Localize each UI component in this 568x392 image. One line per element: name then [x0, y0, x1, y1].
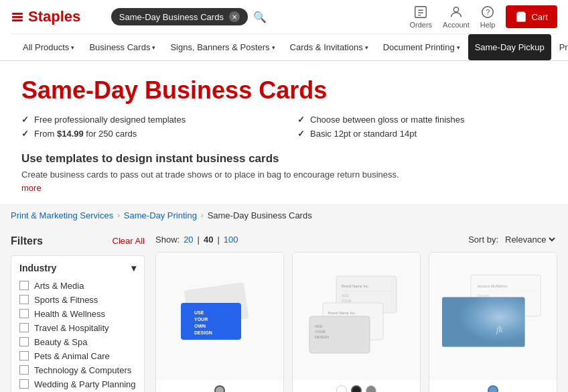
- filter-checkbox[interactable]: [19, 323, 29, 332]
- svg-text:ADD: ADD: [315, 324, 323, 328]
- filter-checkbox[interactable]: [19, 351, 29, 361]
- product-image-upload-your-own: USE YOUR OWN DESIGN: [156, 253, 283, 380]
- color-swatch-gray[interactable]: [366, 385, 376, 392]
- sidebar: Filters Clear All Industry ▾ Arts & Medi…: [11, 227, 145, 392]
- svg-rect-0: [12, 13, 23, 15]
- more-link[interactable]: more: [21, 183, 42, 193]
- hero-subtitle: Use templates to design instant business…: [21, 152, 547, 166]
- cart-button[interactable]: Cart: [506, 5, 557, 28]
- svg-text:YOUR: YOUR: [194, 317, 208, 322]
- filter-checkbox[interactable]: [19, 379, 29, 389]
- breadcrumb-same-day-printing[interactable]: Same-Day Printing: [124, 210, 197, 220]
- feature-price: ✓ From $14.99 for 250 cards: [21, 129, 271, 139]
- product-card-upload-your-own[interactable]: USE YOUR OWN DESIGN Upload Your Own Busi…: [155, 252, 284, 392]
- watercolor-art-preview: Jessica McMahon Designer jessica@example…: [429, 266, 557, 367]
- product-card-watercolor-art[interactable]: Jessica McMahon Designer jessica@example…: [429, 252, 557, 392]
- sidebar-title: Filters: [11, 235, 43, 247]
- check-icon: ✓: [297, 115, 305, 125]
- breadcrumb-print-marketing[interactable]: Print & Marketing Services: [11, 210, 113, 220]
- orders-button[interactable]: Orders: [409, 5, 432, 29]
- svg-text:USE: USE: [194, 310, 204, 315]
- help-button[interactable]: ? Help: [480, 5, 496, 29]
- chevron-down-icon: ▾: [365, 44, 368, 51]
- search-pill[interactable]: Same-Day Business Cards ✕: [111, 8, 248, 25]
- nav-cards-invitations[interactable]: Cards & Invitations ▾: [283, 34, 375, 60]
- cart-icon: [515, 11, 527, 23]
- orders-label: Orders: [409, 21, 432, 29]
- nav-signs-banners[interactable]: Signs, Banners & Posters ▾: [163, 34, 281, 60]
- product-grid: USE YOUR OWN DESIGN Upload Your Own Busi…: [155, 252, 557, 392]
- chevron-down-icon: ▾: [71, 44, 74, 51]
- svg-text:Jessica McMahon: Jessica McMahon: [477, 284, 508, 288]
- industry-filter-header[interactable]: Industry ▾: [19, 263, 136, 273]
- filter-technology-computers[interactable]: Technology & Computers: [19, 363, 136, 377]
- header-actions: Orders Account ? Help Cart: [409, 5, 557, 29]
- main-layout: Filters Clear All Industry ▾ Arts & Medi…: [0, 227, 568, 392]
- filter-checkbox[interactable]: [19, 309, 29, 318]
- svg-text:?: ?: [486, 8, 490, 16]
- filter-beauty-spa[interactable]: Beauty & Spa: [19, 335, 136, 349]
- svg-text:Designer: Designer: [477, 293, 490, 297]
- account-icon: [449, 5, 464, 19]
- clear-all-button[interactable]: Clear All: [113, 236, 145, 246]
- search-bar: Same-Day Business Cards ✕ 🔍: [111, 8, 379, 25]
- filter-travel-hospitality[interactable]: Travel & Hospitality: [19, 321, 136, 335]
- chevron-down-icon: ▾: [272, 44, 275, 51]
- chevron-down-icon: ▾: [131, 263, 136, 273]
- price-highlight: $14.99: [57, 129, 84, 139]
- filter-checkbox[interactable]: [19, 365, 29, 375]
- filter-health-wellness[interactable]: Health & Wellness: [19, 307, 136, 321]
- show-100-button[interactable]: 100: [224, 235, 238, 245]
- product-card-create-your-own[interactable]: Brand Name Inc. ADD YOUR DESIGN Brand Na…: [292, 252, 421, 392]
- filter-pets-animal-care[interactable]: Pets & Animal Care: [19, 349, 136, 363]
- breadcrumb-separator: ›: [117, 211, 120, 219]
- header: Staples Same-Day Business Cards ✕ 🔍 Orde…: [0, 0, 568, 61]
- color-swatch-black[interactable]: [351, 385, 362, 392]
- hero-features: ✓ Free professionally designed templates…: [21, 115, 547, 139]
- filter-checkbox[interactable]: [19, 295, 29, 304]
- svg-text:DESIGN: DESIGN: [194, 330, 212, 335]
- products-toolbar: Show: 20 | 40 | 100 Sort by: Relevance: [155, 227, 557, 252]
- filter-wedding-party-planning[interactable]: Wedding & Party Planning: [19, 377, 136, 391]
- filter-checkbox[interactable]: [19, 337, 29, 346]
- staples-icon: [11, 10, 24, 23]
- search-submit-button[interactable]: 🔍: [253, 11, 267, 23]
- svg-rect-2: [12, 19, 23, 21]
- page-title: Same-Day Business Cards: [21, 77, 547, 104]
- svg-text:Brand Name Inc.: Brand Name Inc.: [342, 284, 370, 288]
- nav-document-printing[interactable]: Document Printing ▾: [376, 34, 467, 60]
- svg-point-7: [453, 7, 458, 12]
- color-swatch[interactable]: [214, 385, 225, 392]
- sort-select[interactable]: Relevance: [502, 234, 557, 245]
- search-clear-button[interactable]: ✕: [229, 11, 240, 22]
- show-label: Show:: [155, 235, 180, 245]
- nav-business-cards[interactable]: Business Cards ▾: [82, 34, 162, 60]
- filter-arts-media[interactable]: Arts & Media: [19, 279, 136, 293]
- search-query: Same-Day Business Cards: [119, 12, 224, 22]
- color-swatches-upload: [156, 380, 283, 392]
- breadcrumb-separator: ›: [201, 211, 204, 219]
- filter-sports-fitness[interactable]: Sports & Fitness: [19, 293, 136, 307]
- svg-text:ADD: ADD: [342, 293, 349, 298]
- nav-all-products[interactable]: All Products ▾: [16, 34, 81, 60]
- hero-description: Create business cards to pass out at tra…: [21, 170, 547, 180]
- svg-rect-3: [415, 7, 427, 18]
- sidebar-header: Filters Clear All: [11, 235, 145, 247]
- color-swatch-blue[interactable]: [488, 385, 498, 392]
- show-40-button[interactable]: 40: [204, 235, 213, 245]
- color-swatches-create: [293, 380, 420, 392]
- svg-rect-1: [12, 16, 23, 18]
- help-icon: ?: [480, 5, 495, 19]
- filter-checkbox[interactable]: [19, 281, 29, 290]
- logo[interactable]: Staples: [11, 8, 80, 25]
- product-image-watercolor-art: Jessica McMahon Designer jessica@example…: [429, 253, 557, 380]
- color-swatch-white[interactable]: [336, 385, 347, 392]
- logo-text: Staples: [28, 8, 80, 25]
- show-20-button[interactable]: 20: [184, 235, 193, 245]
- nav-print-solutions[interactable]: Print Solutions ▾: [553, 34, 568, 60]
- account-button[interactable]: Account: [443, 5, 470, 29]
- account-label: Account: [443, 21, 470, 29]
- header-top: Staples Same-Day Business Cards ✕ 🔍 Orde…: [11, 0, 557, 34]
- nav-same-day-pickup[interactable]: Same-Day Pickup: [468, 34, 551, 60]
- sort-control: Sort by: Relevance: [468, 234, 557, 245]
